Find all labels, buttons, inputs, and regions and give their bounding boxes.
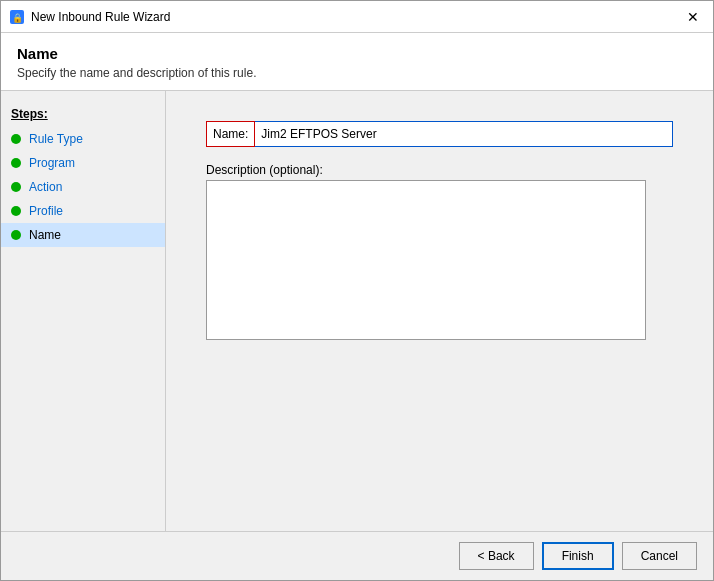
page-title: Name — [17, 45, 697, 62]
sidebar-label-rule-type: Rule Type — [29, 132, 83, 146]
main-content: Name: Description (optional): — [166, 91, 713, 531]
name-form-row: Name: — [206, 121, 673, 147]
sidebar-label-program: Program — [29, 156, 75, 170]
wizard-icon: 🔒 — [9, 9, 25, 25]
dialog-body: Steps: Rule Type Program Action Profile … — [1, 91, 713, 531]
dot-icon-profile — [11, 206, 21, 216]
description-label: Description (optional): — [206, 163, 673, 177]
description-form-group: Description (optional): — [206, 163, 673, 343]
cancel-button[interactable]: Cancel — [622, 542, 697, 570]
title-bar: 🔒 New Inbound Rule Wizard ✕ — [1, 1, 713, 33]
dialog-header: Name Specify the name and description of… — [1, 33, 713, 91]
sidebar-item-profile[interactable]: Profile — [1, 199, 165, 223]
page-subtitle: Specify the name and description of this… — [17, 66, 697, 80]
name-label-box: Name: — [206, 121, 255, 147]
dialog-window: 🔒 New Inbound Rule Wizard ✕ Name Specify… — [0, 0, 714, 581]
dialog-footer: < Back Finish Cancel — [1, 531, 713, 580]
dot-icon-program — [11, 158, 21, 168]
svg-text:🔒: 🔒 — [12, 12, 24, 24]
title-bar-text: New Inbound Rule Wizard — [31, 10, 681, 24]
sidebar-item-action[interactable]: Action — [1, 175, 165, 199]
sidebar-label-profile: Profile — [29, 204, 63, 218]
sidebar-item-rule-type[interactable]: Rule Type — [1, 127, 165, 151]
finish-button[interactable]: Finish — [542, 542, 614, 570]
dot-icon-name — [11, 230, 21, 240]
sidebar-label-action: Action — [29, 180, 62, 194]
name-input[interactable] — [261, 127, 666, 141]
steps-label: Steps: — [1, 101, 165, 127]
dot-icon-rule-type — [11, 134, 21, 144]
sidebar-item-program[interactable]: Program — [1, 151, 165, 175]
dot-icon-action — [11, 182, 21, 192]
description-textarea[interactable] — [206, 180, 646, 340]
close-button[interactable]: ✕ — [681, 5, 705, 29]
sidebar-label-name: Name — [29, 228, 61, 242]
sidebar-item-name[interactable]: Name — [1, 223, 165, 247]
name-value-box[interactable] — [255, 121, 673, 147]
back-button[interactable]: < Back — [459, 542, 534, 570]
sidebar: Steps: Rule Type Program Action Profile … — [1, 91, 166, 531]
name-label: Name: — [213, 127, 248, 141]
